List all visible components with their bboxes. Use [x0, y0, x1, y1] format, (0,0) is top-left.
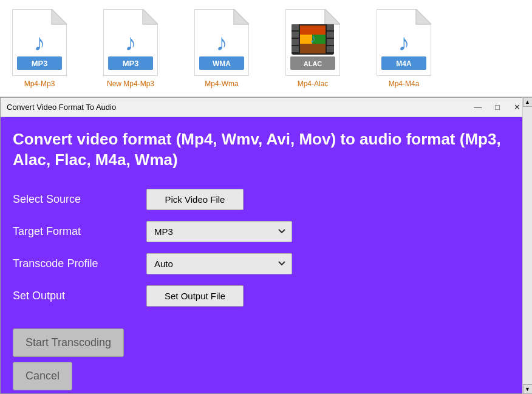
scroll-up-arrow[interactable]: ▲ [523, 97, 533, 107]
file-icon-mp4-wma[interactable]: ♪ WMA Mp4-Wma [194, 9, 249, 88]
file-icon-image: ♪ MP3 [12, 9, 67, 76]
cancel-button-row: Cancel [13, 357, 519, 390]
svg-rect-23 [327, 32, 334, 38]
file-icon-label: Mp4-Alac [298, 80, 329, 88]
file-icon-mp4-alac[interactable]: ♪ ALAC Mp4-Alac [285, 9, 340, 88]
file-icon-mp4-m4a[interactable]: ♪ M4A Mp4-M4a [377, 9, 431, 88]
svg-text:♪: ♪ [34, 30, 46, 55]
svg-text:ALAC: ALAC [304, 60, 322, 67]
svg-text:♪: ♪ [398, 30, 410, 55]
svg-text:♪: ♪ [125, 30, 137, 55]
cancel-button[interactable]: Cancel [13, 362, 72, 390]
set-output-row: Set Output Set Output File [13, 285, 519, 307]
start-transcoding-button[interactable]: Start Transcoding [13, 328, 124, 357]
transcode-profile-row: Transcode Profile Auto High Quality Stan… [13, 253, 519, 274]
window-content: Convert video format (Mp4, Wmv, Avi, Mov… [1, 117, 531, 394]
target-format-select[interactable]: MP3 ALAC FLAC M4A WMA [146, 221, 292, 242]
window-controls: — □ ✕ [469, 101, 525, 114]
file-icon-label: Mp4-Wma [205, 80, 238, 88]
svg-text:MP3: MP3 [32, 59, 48, 68]
svg-marker-35 [416, 9, 431, 24]
minimize-button[interactable]: — [469, 101, 486, 114]
file-icon-image: ♪ ALAC [285, 9, 340, 76]
maximize-button[interactable]: □ [489, 101, 506, 114]
window-title: Convert Video Format To Audio [7, 103, 469, 112]
svg-text:♪: ♪ [216, 30, 228, 55]
select-source-label: Select Source [13, 193, 146, 206]
target-format-label: Target Format [13, 225, 146, 238]
set-output-file-button[interactable]: Set Output File [146, 285, 244, 307]
svg-text:M4A: M4A [396, 59, 412, 68]
file-icon-new-mp4-mp3[interactable]: ♪ MP3 New Mp4-Mp3 [103, 9, 158, 88]
pick-video-file-button[interactable]: Pick Video File [146, 189, 244, 210]
svg-marker-16 [325, 9, 340, 24]
file-icon-image: ♪ MP3 [103, 9, 158, 76]
svg-rect-30 [300, 44, 326, 53]
headline: Convert video format (Mp4, Wmv, Avi, Mov… [13, 129, 519, 171]
action-buttons: Start Transcoding [13, 324, 519, 357]
svg-rect-18 [292, 24, 299, 30]
scrollbar[interactable]: ▲ ▼ [522, 97, 532, 394]
scroll-down-arrow[interactable]: ▼ [523, 384, 533, 394]
svg-rect-22 [327, 24, 334, 30]
svg-marker-11 [234, 9, 249, 24]
svg-marker-6 [143, 9, 158, 24]
file-icons-area: ♪ MP3 Mp4-Mp3 ♪ MP3 New Mp4-Mp3 [0, 0, 532, 97]
app-window: Convert Video Format To Audio — □ ✕ Conv… [0, 97, 532, 394]
scroll-track [523, 107, 533, 384]
svg-rect-21 [292, 46, 299, 52]
svg-text:WMA: WMA [213, 59, 231, 68]
file-icon-mp4-mp3[interactable]: ♪ MP3 Mp4-Mp3 [12, 9, 67, 88]
set-output-label: Set Output [13, 290, 146, 302]
target-format-row: Target Format MP3 ALAC FLAC M4A WMA [13, 221, 519, 242]
file-icon-label: New Mp4-Mp3 [107, 80, 154, 88]
file-icon-image: ♪ WMA [194, 9, 249, 76]
svg-rect-25 [327, 46, 334, 52]
transcode-profile-label: Transcode Profile [13, 257, 146, 270]
svg-text:MP3: MP3 [123, 59, 139, 68]
file-icon-label: Mp4-Mp3 [24, 80, 55, 88]
svg-rect-24 [327, 39, 334, 45]
svg-text:♪: ♪ [310, 32, 316, 45]
svg-rect-19 [292, 32, 299, 38]
file-icon-image: ♪ M4A [377, 9, 431, 76]
select-source-row: Select Source Pick Video File [13, 189, 519, 210]
file-icon-label: Mp4-M4a [389, 80, 420, 88]
svg-rect-20 [292, 39, 299, 45]
transcode-profile-select[interactable]: Auto High Quality Standard Low [146, 253, 292, 274]
window-titlebar: Convert Video Format To Audio — □ ✕ [1, 98, 531, 117]
svg-marker-1 [52, 9, 67, 24]
